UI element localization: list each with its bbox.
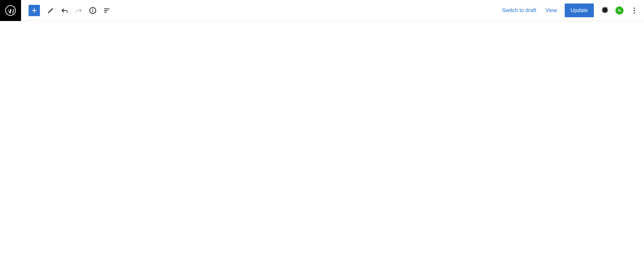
svg-point-4: [634, 8, 635, 9]
undo-button[interactable]: [58, 4, 72, 18]
view-button[interactable]: View: [542, 5, 561, 16]
redo-icon: [75, 6, 83, 15]
svg-point-5: [634, 10, 635, 11]
options-button[interactable]: [627, 4, 641, 18]
svg-point-3: [92, 8, 93, 9]
list-view-icon: [103, 6, 111, 15]
jetpack-icon: [617, 8, 622, 13]
more-vertical-icon: [630, 6, 638, 15]
jetpack-button[interactable]: [615, 6, 624, 15]
switch-to-draft-button[interactable]: Switch to draft: [498, 5, 540, 16]
svg-point-6: [634, 12, 635, 13]
editor-top-bar: Switch to draft View Update: [0, 0, 644, 21]
info-icon: [89, 6, 97, 15]
wordpress-icon: [5, 5, 16, 16]
redo-button[interactable]: [72, 4, 86, 18]
pencil-icon: [47, 6, 55, 15]
update-button[interactable]: Update: [565, 4, 594, 17]
details-button[interactable]: [86, 4, 100, 18]
toolbar-right: Switch to draft View Update: [498, 4, 644, 18]
wordpress-logo[interactable]: [0, 0, 21, 21]
undo-icon: [61, 6, 69, 15]
add-block-button[interactable]: [29, 5, 40, 16]
gear-icon: [601, 6, 609, 15]
tools-button[interactable]: [44, 4, 58, 18]
list-view-button[interactable]: [100, 4, 114, 18]
toolbar-left: [21, 4, 114, 18]
plus-icon: [30, 6, 38, 15]
settings-button[interactable]: [598, 4, 612, 18]
